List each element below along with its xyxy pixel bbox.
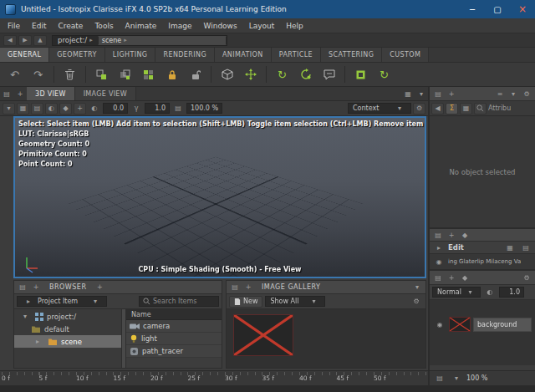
reload-button[interactable]: ↻ [374,64,395,84]
undo-button[interactable]: ↶ [4,64,25,84]
panel-icon[interactable]: ▤ [433,374,446,382]
add-icon[interactable]: + [93,283,106,291]
tab-particle[interactable]: PARTICLE [272,48,321,62]
show-filter-dropdown[interactable]: Show All ▾ [265,296,325,307]
viewport-settings-button[interactable]: ⚙ [413,103,425,115]
tree-item-scene[interactable]: ▸ scene [14,335,121,348]
gear-icon[interactable]: ⚙ [520,90,533,98]
tab-3d-view[interactable]: 3D VIEW [27,87,75,100]
search-input[interactable] [153,298,213,305]
panel-menu-icon[interactable]: ▤ [0,87,13,100]
lock-button[interactable] [161,64,182,84]
eye-icon[interactable]: ◉ [433,321,446,328]
menu-edit[interactable]: Edit [26,22,52,30]
tree-item-default[interactable]: default [14,323,121,335]
zoom-value[interactable]: 100 % [466,374,487,382]
gear-icon[interactable]: ⚙ [520,274,533,282]
image-thumbnail-placeholder[interactable] [233,314,293,356]
layout-options-icon[interactable]: ▦ [401,87,415,100]
minimize-button[interactable]: ─ [460,0,485,18]
evaluate-button[interactable]: ↻ [272,64,293,84]
tab-image-view[interactable]: IMAGE VIEW [75,87,136,100]
add-tab-icon[interactable]: + [445,274,458,282]
context-dropdown[interactable]: Context ▾ [348,103,411,114]
tab-scattering[interactable]: SCATTERING [321,48,382,62]
opacity-value[interactable]: 1.0 [499,287,524,298]
list-item-camera[interactable]: camera [126,320,222,333]
instantiate-button[interactable] [138,64,159,84]
list-item-path-tracer[interactable]: path_tracer [126,345,222,358]
breadcrumb-root[interactable]: project:/ ▸ [53,36,98,45]
panel-menu-icon[interactable]: ▤ [431,274,445,282]
timeline-scrollbar[interactable] [0,385,535,392]
attribute-tab-label[interactable]: Attribu [488,104,511,112]
breadcrumb-scene[interactable]: scene ▸ [98,36,227,45]
snapshot-button[interactable]: ◆ [59,103,72,115]
chevron-down-icon[interactable]: ▾ [507,90,520,98]
blend-mode-dropdown[interactable]: Normal ▾ [432,287,481,298]
display-mode-button[interactable]: ▾ [3,103,15,115]
grid-icon[interactable]: ▦ [503,244,517,252]
panel-menu-icon[interactable]: ▤ [431,90,445,98]
chevron-down-icon[interactable]: ▾ [415,87,428,100]
tab-custom[interactable]: CUSTOM [382,48,429,62]
close-button[interactable]: × [510,0,535,18]
tab-lighting[interactable]: LIGHTING [105,48,156,62]
timeline-ruler[interactable]: 0 f 5 f 10 f 15 f 20 f 25 f 30 f 35 f 40… [0,371,428,385]
camera-select-button[interactable]: ▦ [17,103,29,115]
panel-menu-icon[interactable]: ▤ [431,232,445,239]
menu-help[interactable]: Help [280,22,309,30]
chevron-down-icon[interactable]: ▾ [450,374,463,382]
overlay-toggle-button[interactable]: + [74,103,86,115]
panel-menu-icon[interactable]: ▤ [228,283,242,291]
item-filter-dropdown[interactable]: ▸ Project Item ▾ [17,296,107,307]
shading-mode-button[interactable]: ▤ [31,103,43,115]
new-context-button[interactable] [91,64,112,84]
viewport-zoom-value[interactable]: 100.0 % [186,103,222,114]
add-tab-icon[interactable]: + [13,87,27,100]
history-back-button[interactable]: ◀ [431,103,444,115]
add-tab-icon[interactable]: + [29,283,43,291]
grid-view-button[interactable]: ▦ [460,103,472,115]
add-tab-icon[interactable]: + [242,283,255,291]
layer-row-background[interactable]: ◉ background [433,317,532,332]
panel-icon[interactable]: ▤ [519,244,532,252]
geometry-button[interactable] [217,64,237,84]
add-tab-icon[interactable]: + [445,90,458,98]
tab-animation[interactable]: ANIMATION [215,48,272,62]
menu-create[interactable]: Create [53,22,89,30]
comment-button[interactable] [318,64,339,84]
nav-up-button[interactable]: ▲ [33,35,47,46]
redo-button[interactable]: ↷ [28,64,48,84]
panel-menu-icon[interactable]: ▤ [16,283,29,291]
tab-rendering[interactable]: RENDERING [155,48,215,62]
menu-tools[interactable]: Tools [89,22,119,30]
title-bar[interactable]: Untitled - Isotropix Clarisse iFX 4.0 SP… [0,0,535,18]
edit-content-row[interactable]: ◉ ing Glaterlip Milaceng Va [430,254,535,271]
nav-forward-button[interactable]: ▶ [18,35,32,46]
list-icon[interactable]: ≡ [493,90,507,98]
nav-back-button[interactable]: ◀ [3,35,17,46]
menu-layout[interactable]: Layout [243,22,281,30]
exposure-value[interactable]: 0.0 [103,103,128,114]
viewport-3d[interactable]: Select: Select item (LMB) Add item to se… [13,116,426,278]
edit-section-row[interactable]: ▸ Edit ▦ ▤ [430,242,535,254]
chevron-down-icon[interactable]: ▾ [410,283,424,291]
sync-render-button[interactable] [295,64,316,84]
tab-geometry[interactable]: GEOMETRY [49,48,105,62]
menu-image[interactable]: Image [162,22,197,30]
export-button[interactable] [350,64,371,84]
wireframe-toggle-button[interactable]: ◐ [45,103,58,115]
gallery-content[interactable] [227,309,425,368]
sigma-tab-button[interactable]: Σ [446,103,458,115]
delete-button[interactable] [59,64,80,84]
unlock-button[interactable] [185,64,206,84]
add-tab-icon[interactable]: + [445,232,458,239]
gamma-value[interactable]: 1.0 [145,103,170,114]
new-image-button[interactable]: New [229,296,262,308]
eye-icon[interactable]: ◉ [432,258,446,266]
tab-general[interactable]: GENERAL [0,48,49,62]
list-header-name[interactable]: Name [126,309,222,320]
transform-button[interactable] [240,64,261,84]
attribute-search-button[interactable] [474,103,487,115]
